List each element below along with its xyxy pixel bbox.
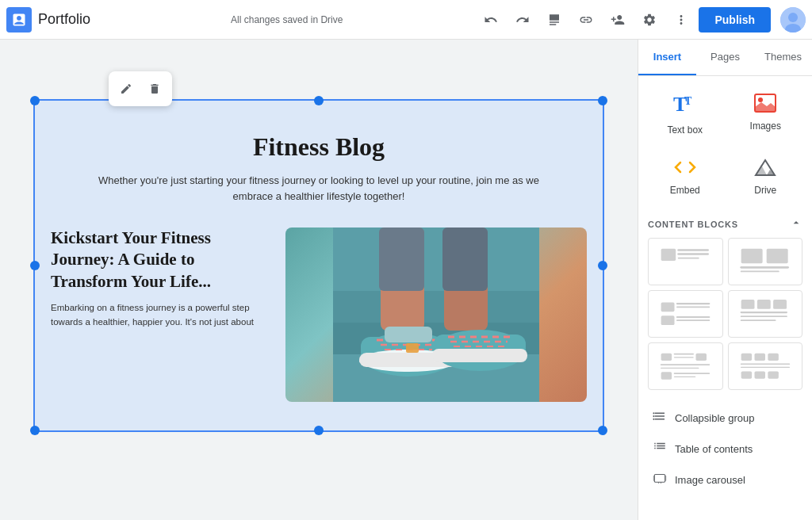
- svg-rect-65: [768, 371, 778, 378]
- delete-block-button[interactable]: [142, 76, 167, 101]
- svg-point-67: [653, 415, 654, 417]
- handle-middle-left[interactable]: [30, 261, 40, 270]
- handle-top-middle[interactable]: [314, 96, 324, 105]
- toolbar-actions: Publish: [477, 6, 806, 34]
- user-avatar[interactable]: [780, 7, 806, 32]
- toc-item[interactable]: Table of contents: [648, 434, 802, 465]
- content-blocks-header: CONTENT BLOCKS: [648, 216, 802, 231]
- carousel-label: Image carousel: [675, 474, 745, 486]
- svg-rect-4: [333, 291, 539, 323]
- content-block-3[interactable]: [648, 290, 723, 338]
- insert-drive[interactable]: Drive: [729, 150, 803, 204]
- handle-middle-right[interactable]: [598, 261, 607, 270]
- tab-pages[interactable]: Pages: [696, 40, 754, 75]
- svg-rect-8: [379, 228, 424, 291]
- insert-text-box[interactable]: T T Text box: [648, 86, 722, 143]
- blog-post-excerpt: Embarking on a fitness journey is a powe…: [51, 300, 273, 330]
- link-button[interactable]: [572, 6, 600, 34]
- content-block-4[interactable]: [728, 290, 803, 338]
- more-button[interactable]: [667, 6, 695, 34]
- collapsible-label: Collapsible group: [675, 412, 754, 424]
- content-block-1[interactable]: [648, 238, 723, 285]
- blog-post-title: Kickstart Your Fitness Journey: A Guide …: [51, 228, 273, 292]
- blog-text-section: Kickstart Your Fitness Journey: A Guide …: [51, 228, 273, 346]
- svg-point-72: [658, 482, 660, 484]
- svg-point-66: [653, 412, 654, 414]
- document-title: Portfolio: [38, 11, 90, 28]
- svg-rect-40: [661, 315, 675, 325]
- page-block: Fitness Blog Whether you're just startin…: [33, 99, 604, 432]
- canvas-inner: Fitness Blog Whether you're just startin…: [33, 55, 604, 504]
- svg-point-68: [653, 419, 654, 420]
- insert-embed[interactable]: Embed: [648, 150, 722, 204]
- svg-rect-55: [661, 372, 672, 379]
- share-button[interactable]: [603, 6, 632, 34]
- text-box-label: Text box: [667, 124, 703, 136]
- blog-content: Kickstart Your Fitness Journey: A Guide …: [51, 228, 587, 402]
- insert-images[interactable]: Images: [729, 86, 803, 143]
- images-label: Images: [750, 120, 781, 132]
- drive-label: Drive: [754, 185, 776, 196]
- block-toolbar: [109, 71, 172, 106]
- toc-icon: [653, 440, 667, 458]
- handle-top-left[interactable]: [30, 96, 40, 105]
- handle-bottom-left[interactable]: [30, 426, 40, 435]
- content-block-2[interactable]: [728, 238, 803, 285]
- undo-button[interactable]: [477, 6, 505, 34]
- svg-rect-44: [757, 300, 771, 309]
- blog-subtitle: Whether you're just starting your fitnes…: [98, 173, 539, 204]
- publish-button[interactable]: Publish: [699, 7, 771, 32]
- embed-icon: [674, 158, 696, 182]
- svg-rect-37: [661, 302, 675, 312]
- svg-rect-49: [661, 354, 672, 361]
- text-box-icon: T T: [673, 94, 697, 121]
- canvas-area: Fitness Blog Whether you're just startin…: [0, 40, 638, 520]
- edit-block-button[interactable]: [113, 76, 139, 101]
- svg-rect-63: [741, 371, 751, 378]
- content-block-6[interactable]: [728, 342, 803, 390]
- carousel-item[interactable]: Image carousel: [648, 465, 802, 495]
- content-blocks-grid: [648, 238, 802, 390]
- app-logo: [6, 7, 32, 32]
- content-block-5[interactable]: [648, 342, 723, 390]
- svg-text:T: T: [684, 95, 692, 107]
- svg-rect-70: [653, 476, 655, 481]
- redo-button[interactable]: [508, 6, 537, 34]
- insert-tools-grid: T T Text box Images: [648, 86, 802, 204]
- svg-rect-17: [385, 327, 432, 342]
- right-panel: Insert Pages Themes T T Text box: [638, 40, 812, 520]
- settings-button[interactable]: [635, 6, 664, 34]
- svg-rect-58: [741, 354, 751, 361]
- svg-rect-29: [661, 249, 676, 261]
- handle-top-right[interactable]: [598, 96, 607, 105]
- tab-themes[interactable]: Themes: [754, 40, 812, 75]
- svg-rect-71: [665, 476, 666, 481]
- handle-bottom-right[interactable]: [598, 426, 607, 435]
- panel-tabs: Insert Pages Themes: [638, 40, 812, 76]
- blog-featured-image: [285, 228, 587, 402]
- svg-rect-59: [754, 354, 764, 361]
- svg-rect-33: [741, 249, 762, 264]
- svg-rect-64: [754, 371, 764, 378]
- topbar: Portfolio All changes saved in Drive: [0, 0, 812, 40]
- carousel-icon: [653, 471, 667, 489]
- svg-rect-24: [406, 343, 419, 353]
- svg-rect-20: [432, 349, 527, 362]
- blog-title: Fitness Blog: [98, 132, 539, 162]
- tab-insert[interactable]: Insert: [638, 40, 696, 75]
- save-status: All changes saved in Drive: [103, 14, 470, 25]
- drive-icon: [754, 158, 776, 182]
- images-icon: [754, 94, 776, 117]
- svg-rect-43: [741, 300, 754, 309]
- svg-point-1: [788, 13, 798, 22]
- svg-rect-9: [442, 228, 488, 291]
- collapse-content-blocks[interactable]: [790, 216, 802, 231]
- handle-bottom-middle[interactable]: [314, 426, 324, 435]
- collapsible-icon: [653, 409, 667, 427]
- svg-rect-69: [654, 475, 665, 483]
- svg-point-28: [758, 98, 763, 102]
- svg-rect-45: [773, 300, 787, 309]
- embed-label: Embed: [670, 185, 700, 196]
- preview-button[interactable]: [540, 6, 569, 34]
- collapsible-group-item[interactable]: Collapsible group: [648, 403, 802, 434]
